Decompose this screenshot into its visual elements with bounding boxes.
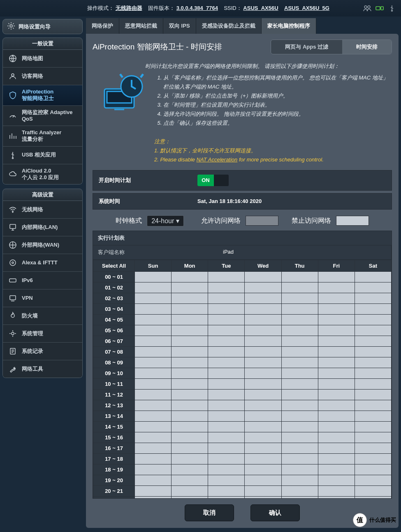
- slot[interactable]: [245, 293, 281, 303]
- slot[interactable]: [172, 464, 208, 475]
- slot[interactable]: [318, 443, 355, 453]
- slot[interactable]: [281, 282, 318, 293]
- cancel-button[interactable]: 取消: [185, 504, 234, 521]
- slot[interactable]: [355, 282, 391, 293]
- slot[interactable]: [208, 378, 245, 389]
- tab[interactable]: 网络保护: [86, 18, 119, 34]
- slot[interactable]: [135, 453, 172, 464]
- slot[interactable]: [208, 485, 245, 496]
- network-status-icon[interactable]: [376, 4, 384, 12]
- slot[interactable]: [281, 421, 318, 432]
- slot[interactable]: [172, 421, 208, 432]
- mode-value[interactable]: 无线路由器: [116, 5, 142, 11]
- slot[interactable]: [355, 453, 391, 464]
- slot[interactable]: [245, 389, 281, 400]
- slot[interactable]: [318, 400, 355, 411]
- slot[interactable]: [208, 443, 245, 453]
- slot[interactable]: [245, 400, 281, 411]
- col-header[interactable]: Select All: [93, 260, 135, 271]
- slot[interactable]: [208, 271, 245, 282]
- slot[interactable]: [208, 336, 245, 346]
- slot[interactable]: [172, 325, 208, 336]
- slot[interactable]: [172, 400, 208, 411]
- wizard-card[interactable]: 网络设置向导: [2, 19, 83, 34]
- slot[interactable]: [281, 346, 318, 357]
- slot[interactable]: [355, 303, 391, 314]
- slot[interactable]: [135, 400, 172, 411]
- slot[interactable]: [355, 378, 391, 389]
- slot[interactable]: [355, 271, 391, 282]
- slot[interactable]: [135, 464, 172, 475]
- sidebar-item[interactable]: 外部网络(WAN): [3, 236, 82, 254]
- slot[interactable]: [135, 314, 172, 325]
- hour-label[interactable]: 07 ~ 08: [93, 346, 135, 357]
- slot[interactable]: [281, 293, 318, 303]
- slot[interactable]: [208, 453, 245, 464]
- slot[interactable]: [208, 475, 245, 485]
- slot[interactable]: [245, 314, 281, 325]
- slot[interactable]: [208, 346, 245, 357]
- hour-label[interactable]: 17 ~ 18: [93, 453, 135, 464]
- slot[interactable]: [355, 400, 391, 411]
- slot[interactable]: [318, 421, 355, 432]
- slot[interactable]: [281, 314, 318, 325]
- slot[interactable]: [208, 314, 245, 325]
- slot[interactable]: [135, 411, 172, 421]
- slot[interactable]: [281, 368, 318, 378]
- hour-label[interactable]: 12 ~ 13: [93, 400, 135, 411]
- slot[interactable]: [281, 378, 318, 389]
- slot[interactable]: [281, 496, 318, 498]
- slot[interactable]: [318, 346, 355, 357]
- slot[interactable]: [281, 475, 318, 485]
- slot[interactable]: [172, 271, 208, 282]
- slot[interactable]: [245, 271, 281, 282]
- ssid1[interactable]: ASUS_AX56U: [243, 5, 278, 11]
- slot[interactable]: [245, 464, 281, 475]
- slot[interactable]: [208, 282, 245, 293]
- slot[interactable]: [208, 432, 245, 443]
- sidebar-item[interactable]: USB 相关应用: [3, 146, 82, 164]
- slot[interactable]: [208, 357, 245, 368]
- sidebar-item[interactable]: Alexa & IFTTT: [3, 254, 82, 271]
- slot[interactable]: [172, 314, 208, 325]
- slot[interactable]: [172, 485, 208, 496]
- slot[interactable]: [135, 432, 172, 443]
- slot[interactable]: [318, 453, 355, 464]
- hour-label[interactable]: 02 ~ 03: [93, 293, 135, 303]
- slot[interactable]: [245, 432, 281, 443]
- slot[interactable]: [208, 400, 245, 411]
- hour-label[interactable]: 04 ~ 05: [93, 314, 135, 325]
- ssid2[interactable]: ASUS_AX56U_5G: [284, 5, 329, 11]
- slot[interactable]: [208, 325, 245, 336]
- slot[interactable]: [318, 368, 355, 378]
- slot[interactable]: [208, 293, 245, 303]
- hour-label[interactable]: 11 ~ 12: [93, 389, 135, 400]
- slot[interactable]: [281, 464, 318, 475]
- hour-label[interactable]: 00 ~ 01: [93, 271, 135, 282]
- hour-label[interactable]: 09 ~ 10: [93, 368, 135, 378]
- hour-label[interactable]: 14 ~ 15: [93, 421, 135, 432]
- slot[interactable]: [245, 443, 281, 453]
- slot[interactable]: [281, 271, 318, 282]
- slot[interactable]: [172, 368, 208, 378]
- slot[interactable]: [245, 421, 281, 432]
- sidebar-item[interactable]: AiProtection智能网络卫士: [3, 85, 82, 105]
- hour-label[interactable]: 15 ~ 16: [93, 432, 135, 443]
- slot[interactable]: [355, 443, 391, 453]
- slot[interactable]: [172, 389, 208, 400]
- slot[interactable]: [172, 357, 208, 368]
- slot[interactable]: [135, 282, 172, 293]
- slot[interactable]: [281, 443, 318, 453]
- slot[interactable]: [135, 421, 172, 432]
- slot[interactable]: [281, 400, 318, 411]
- slot[interactable]: [318, 496, 355, 498]
- slot[interactable]: [318, 336, 355, 346]
- slot[interactable]: [355, 314, 391, 325]
- slot[interactable]: [245, 325, 281, 336]
- nat-link[interactable]: NAT Acceleration: [197, 156, 238, 163]
- hour-label[interactable]: 01 ~ 02: [93, 282, 135, 293]
- sidebar-item[interactable]: 网络工具: [3, 360, 82, 378]
- slot[interactable]: [355, 346, 391, 357]
- slot[interactable]: [318, 271, 355, 282]
- slot[interactable]: [355, 496, 391, 498]
